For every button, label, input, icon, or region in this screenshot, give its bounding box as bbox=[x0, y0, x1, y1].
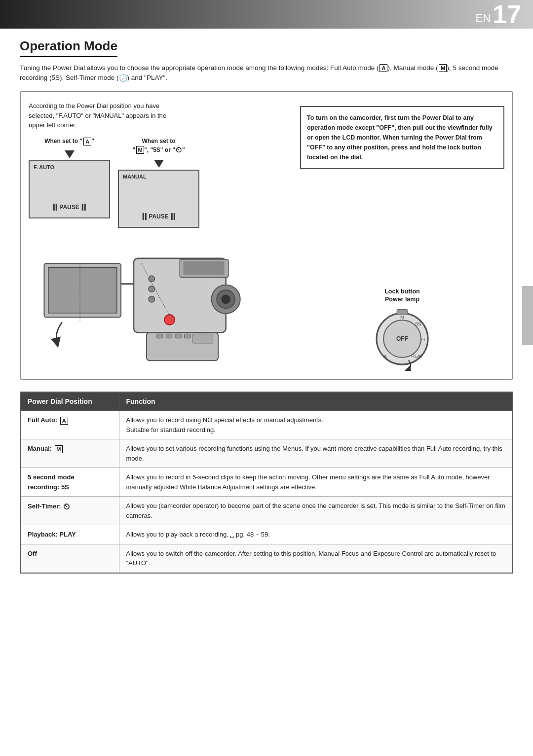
screen1-when-label: When set to "A" bbox=[44, 137, 94, 145]
lock-button-label: Lock button bbox=[300, 288, 504, 295]
svg-point-12 bbox=[149, 296, 154, 302]
table-row: Full Auto: A Allows you to record using … bbox=[20, 411, 513, 439]
svg-text:5S: 5S bbox=[416, 321, 421, 326]
table-row: Manual: M Allows you to set various reco… bbox=[20, 439, 513, 468]
screen2-when-label: When set to"M", "5S" or "⏲" bbox=[132, 137, 185, 155]
table-row: Self-Timer: ⏲ Allows you (camcorder oper… bbox=[20, 497, 513, 525]
function-table: Power Dial Position Function Full Auto: … bbox=[20, 392, 513, 574]
screen1-col: When set to "A" F. AUTO PAUSE bbox=[29, 137, 110, 228]
row3-position: 5 second moderecording: 5S bbox=[20, 468, 119, 497]
table-row: Playback: PLAY Allows you to play back a… bbox=[20, 525, 513, 544]
row3-function: Allows you to record in 5-second clips t… bbox=[119, 468, 513, 497]
svg-rect-18 bbox=[192, 334, 213, 343]
callout-text: According to the Power Dial position you… bbox=[29, 101, 177, 130]
svg-text:A: A bbox=[383, 353, 387, 359]
svg-point-6 bbox=[221, 295, 230, 304]
full-auto-table-icon: A bbox=[60, 417, 68, 425]
screen2-box: MANUAL PAUSE bbox=[118, 170, 199, 228]
table-header-position: Power Dial Position bbox=[20, 392, 119, 411]
row1-position: Full Auto: A bbox=[20, 411, 119, 439]
manual-icon: M bbox=[439, 64, 447, 72]
row5-function: Allows you to play back a recording, ␣ p… bbox=[119, 525, 513, 544]
screens-row: When set to "A" F. AUTO PAUSE bbox=[29, 137, 295, 228]
right-edge-tab bbox=[522, 286, 533, 345]
screen2-arrow bbox=[154, 160, 164, 168]
en-label: EN bbox=[476, 12, 491, 29]
power-dial-svg: OFF M 5S ⏲ PLAY A bbox=[370, 307, 434, 371]
table-row: 5 second moderecording: 5S Allows you to… bbox=[20, 468, 513, 497]
diagram-box: According to the Power Dial position you… bbox=[20, 91, 513, 380]
screen2-pause: PAUSE bbox=[142, 213, 175, 220]
svg-rect-14 bbox=[157, 334, 163, 338]
svg-rect-29 bbox=[397, 310, 408, 315]
svg-rect-15 bbox=[166, 334, 172, 338]
screen1-arrow bbox=[65, 150, 75, 158]
svg-rect-1 bbox=[48, 268, 117, 313]
screen1-icon: A bbox=[83, 138, 91, 145]
main-content: Operation Mode Tuning the Power Dial all… bbox=[0, 29, 533, 583]
instruction-box: To turn on the camcorder, first turn the… bbox=[300, 106, 504, 169]
header-bar: EN 17 bbox=[0, 0, 533, 29]
table-row: Off Allows you to switch off the camcord… bbox=[20, 544, 513, 573]
full-auto-icon: A bbox=[380, 64, 387, 72]
diagram-inner: According to the Power Dial position you… bbox=[29, 101, 504, 371]
intro-text: Tuning the Power Dial allows you to choo… bbox=[20, 63, 513, 83]
row4-position: Self-Timer: ⏲ bbox=[20, 497, 119, 525]
manual-table-icon: M bbox=[55, 445, 63, 453]
self-timer-icon: 🕖 bbox=[119, 74, 127, 82]
table-header-function: Function bbox=[119, 392, 513, 411]
svg-text:⏲: ⏲ bbox=[421, 337, 426, 343]
diagram-right: To turn on the camcorder, first turn the… bbox=[300, 101, 504, 371]
screen1-pause: PAUSE bbox=[53, 204, 85, 211]
svg-text:PLAY: PLAY bbox=[411, 353, 423, 359]
svg-rect-8 bbox=[184, 261, 225, 275]
row6-position: Off bbox=[20, 544, 119, 573]
row5-position: Playback: PLAY bbox=[20, 525, 119, 544]
row2-function: Allows you to set various recording func… bbox=[119, 439, 513, 468]
screen1-box: F. AUTO PAUSE bbox=[29, 160, 110, 218]
table-body: Full Auto: A Allows you to record using … bbox=[20, 411, 513, 573]
screen1-mode-label: F. AUTO bbox=[34, 164, 105, 170]
svg-rect-16 bbox=[175, 334, 181, 338]
svg-text:OFF: OFF bbox=[396, 335, 408, 342]
screen2-icon-timer: ⏲ bbox=[175, 146, 182, 154]
row6-function: Allows you to switch off the camcorder. … bbox=[119, 544, 513, 573]
row4-function: Allows you (camcorder operator) to becom… bbox=[119, 497, 513, 525]
dial-section: Lock button Power lamp OFF M 5S bbox=[300, 288, 504, 371]
row2-position: Manual: M bbox=[20, 439, 119, 468]
self-timer-table-icon: ⏲ bbox=[63, 503, 71, 511]
svg-point-10 bbox=[149, 276, 154, 282]
page-title: Operation Mode bbox=[20, 38, 117, 57]
screen2-mode-label: MANUAL bbox=[123, 174, 194, 180]
screen2-col: When set to"M", "5S" or "⏲" MANUAL PAUSE bbox=[118, 137, 199, 228]
diagram-left: According to the Power Dial position you… bbox=[29, 101, 295, 371]
power-lamp-label: Power lamp bbox=[300, 296, 504, 303]
camcorder-illustration bbox=[29, 233, 295, 371]
svg-rect-17 bbox=[185, 334, 190, 338]
dial-svg-container: OFF M 5S ⏲ PLAY A bbox=[300, 307, 504, 371]
page-number: 17 bbox=[493, 1, 521, 27]
camcorder-svg bbox=[29, 233, 295, 371]
screen2-icon-m: M bbox=[136, 146, 144, 154]
row1-function: Allows you to record using NO special ef… bbox=[119, 411, 513, 439]
instruction-text: To turn on the camcorder, first turn the… bbox=[307, 114, 493, 161]
